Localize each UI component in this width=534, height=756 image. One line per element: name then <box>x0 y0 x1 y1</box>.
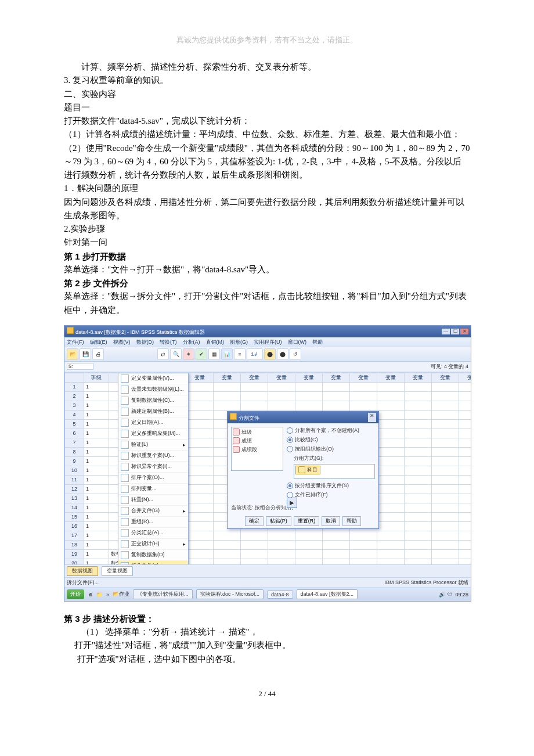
menu-item[interactable]: 设置未知数据级别(L)... <box>118 384 188 395</box>
var-item[interactable]: 班级 <box>241 429 252 436</box>
column-header[interactable]: 班级 <box>84 373 109 382</box>
cell[interactable] <box>405 456 432 466</box>
cell[interactable] <box>377 401 405 410</box>
cell[interactable] <box>432 410 459 419</box>
cell[interactable] <box>186 382 214 391</box>
cell[interactable] <box>323 540 350 549</box>
cell[interactable] <box>295 531 323 540</box>
menu-item[interactable]: 标识重复个案(U)... <box>118 451 188 462</box>
taskbar-item[interactable]: data4-8 <box>267 591 293 599</box>
row-number[interactable]: 18 <box>65 540 84 549</box>
cell[interactable] <box>459 512 471 521</box>
cell[interactable] <box>459 438 471 447</box>
row-number[interactable]: 9 <box>65 456 84 466</box>
cell[interactable] <box>432 531 459 540</box>
cell[interactable]: 1 <box>84 401 109 410</box>
cell[interactable] <box>432 466 459 475</box>
menu-item[interactable]: 复制数据属性(C)... <box>118 395 188 406</box>
cell[interactable] <box>405 559 432 564</box>
cell[interactable] <box>241 540 268 549</box>
cell[interactable] <box>350 401 377 410</box>
paste-button[interactable]: 粘贴(P) <box>266 516 291 526</box>
cell[interactable] <box>405 503 432 512</box>
taskbar-item[interactable]: 《专业统计软件应用... <box>133 589 193 599</box>
cell[interactable] <box>432 484 459 494</box>
cell[interactable] <box>377 466 405 475</box>
row-number[interactable]: 10 <box>65 466 84 475</box>
cell[interactable] <box>432 559 459 564</box>
cell[interactable]: 1 <box>84 410 109 419</box>
cell[interactable] <box>350 549 377 559</box>
row-number[interactable]: 13 <box>65 494 84 503</box>
menu-item[interactable]: 视图(V) <box>113 339 131 346</box>
cell[interactable]: 1 <box>84 466 109 475</box>
cell[interactable] <box>186 549 214 559</box>
cell[interactable] <box>295 401 323 410</box>
row-number[interactable]: 20 <box>65 559 84 564</box>
cell[interactable] <box>377 559 405 564</box>
tool-icon[interactable]: ✔ <box>196 348 207 360</box>
cell[interactable] <box>405 391 432 401</box>
cell[interactable] <box>186 438 214 447</box>
cell[interactable] <box>377 419 405 429</box>
cell[interactable] <box>377 438 405 447</box>
cell[interactable]: 1 <box>84 484 109 494</box>
row-number[interactable]: 2 <box>65 391 84 401</box>
cell[interactable] <box>459 391 471 401</box>
cell[interactable]: 1 <box>84 475 109 484</box>
cell[interactable] <box>186 475 214 484</box>
menu-item[interactable]: 直销(M) <box>206 339 225 346</box>
cancel-button[interactable]: 取消 <box>322 516 340 526</box>
column-header[interactable] <box>65 373 84 382</box>
row-number[interactable]: 19 <box>65 549 84 559</box>
cell[interactable] <box>186 447 214 456</box>
cell[interactable] <box>377 512 405 521</box>
cell[interactable]: 1 <box>84 503 109 512</box>
cell[interactable]: 1 <box>84 494 109 503</box>
cell[interactable] <box>432 438 459 447</box>
cell[interactable] <box>214 531 241 540</box>
column-header[interactable]: 变量 <box>241 373 268 382</box>
row-number[interactable]: 12 <box>65 484 84 494</box>
cell[interactable] <box>377 410 405 419</box>
cell[interactable] <box>268 549 295 559</box>
cell[interactable] <box>432 549 459 559</box>
menu-item[interactable]: 拆分文件(F)... <box>118 561 188 564</box>
cell[interactable] <box>459 549 471 559</box>
column-header[interactable]: 变量 <box>432 373 459 382</box>
cell[interactable] <box>323 531 350 540</box>
cell[interactable] <box>186 456 214 466</box>
cell[interactable] <box>405 438 432 447</box>
column-header[interactable]: 变量 <box>377 373 405 382</box>
dialog-close-button[interactable]: ✕ <box>368 413 376 422</box>
cell[interactable] <box>377 540 405 549</box>
cell[interactable] <box>186 503 214 512</box>
cell[interactable] <box>459 401 471 410</box>
cell[interactable] <box>350 540 377 549</box>
cell[interactable] <box>241 391 268 401</box>
column-header[interactable]: 变量 <box>459 373 471 382</box>
row-number[interactable]: 1 <box>65 382 84 391</box>
tool-icon[interactable]: ⬤ <box>264 348 276 360</box>
column-header[interactable]: 变量 <box>295 373 323 382</box>
print-icon[interactable]: 🖨 <box>92 348 104 360</box>
cell[interactable] <box>405 521 432 531</box>
cell[interactable] <box>459 382 471 391</box>
cell[interactable]: 1 <box>84 559 109 564</box>
cell[interactable] <box>405 549 432 559</box>
cell[interactable] <box>405 531 432 540</box>
cell[interactable] <box>459 466 471 475</box>
reset-button[interactable]: 重置(R) <box>294 516 320 526</box>
group-by-box[interactable]: 科目 <box>294 464 375 479</box>
cell[interactable] <box>405 484 432 494</box>
cell[interactable] <box>186 531 214 540</box>
maximize-button[interactable]: ☐ <box>451 329 459 334</box>
menu-item[interactable]: 帮助 <box>312 339 323 346</box>
cell[interactable] <box>214 540 241 549</box>
cell[interactable] <box>268 391 295 401</box>
radio-organize-output[interactable] <box>287 446 293 452</box>
data-view-tab[interactable]: 数据视图 <box>67 566 98 576</box>
move-right-button[interactable]: ▶ <box>287 498 297 508</box>
cell[interactable] <box>432 540 459 549</box>
menu-item[interactable]: 定义日期(A)... <box>118 417 188 429</box>
